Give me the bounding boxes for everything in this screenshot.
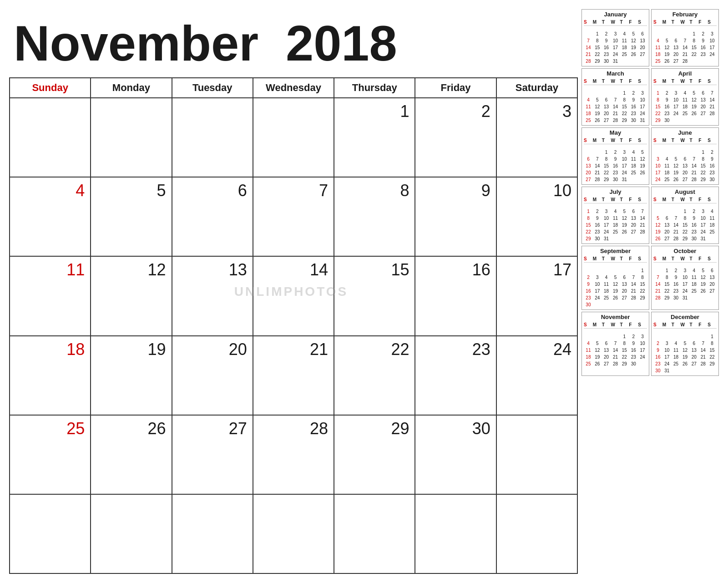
mini-date: 29 <box>602 176 611 183</box>
mini-header: T <box>672 19 681 26</box>
mini-date <box>620 267 629 274</box>
mini-header: T <box>689 196 698 203</box>
mini-date: 8 <box>620 340 629 347</box>
mini-cal-april: AprilSMTWTFS1234567891011121314151617181… <box>651 68 719 126</box>
mini-header: M <box>593 78 602 85</box>
cal-cell-week1-day3: 7 <box>253 177 334 257</box>
mini-cal-title-september: September <box>584 248 647 254</box>
mini-date: 25 <box>672 360 681 367</box>
mini-header: M <box>593 196 602 203</box>
mini-date <box>672 333 681 340</box>
mini-date: 29 <box>708 360 717 367</box>
mini-date: 28 <box>672 235 681 242</box>
mini-date <box>653 30 662 37</box>
main-calendar: SundayMondayTuesdayWednesdayThursdayFrid… <box>9 77 578 574</box>
mini-cal-row-8: SeptemberSMTWTFS123456789101112131415161… <box>581 246 719 310</box>
mini-date: 13 <box>638 37 647 44</box>
mini-date: 27 <box>629 228 638 235</box>
mini-date: 9 <box>593 215 602 222</box>
mini-date: 6 <box>602 96 611 103</box>
mini-header: W <box>611 196 620 203</box>
mini-date: 19 <box>681 354 690 360</box>
mini-header: T <box>672 196 681 203</box>
mini-date: 14 <box>681 44 690 51</box>
mini-cal-grid-february: SMTWTFS123456789101112131415161718192021… <box>653 19 717 65</box>
day-header-wednesday: Wednesday <box>253 78 334 98</box>
mini-date: 13 <box>629 215 638 222</box>
mini-date: 24 <box>662 360 672 367</box>
mini-date: 22 <box>698 169 708 176</box>
mini-header: T <box>602 19 611 26</box>
mini-date: 23 <box>593 228 602 235</box>
mini-date: 27 <box>681 176 690 183</box>
mini-date: 30 <box>593 235 602 242</box>
mini-header: M <box>593 255 602 263</box>
mini-date: 17 <box>698 222 708 228</box>
mini-cal-march: MarchSMTWTFS1234567891011121314151617181… <box>581 68 649 126</box>
cal-cell-week3-day5: 23 <box>415 336 496 416</box>
mini-date: 1 <box>602 149 611 156</box>
mini-date: 11 <box>584 347 593 354</box>
mini-date: 17 <box>708 44 717 51</box>
mini-date: 23 <box>689 228 698 235</box>
day-header-thursday: Thursday <box>334 78 415 98</box>
mini-date <box>698 294 708 301</box>
mini-header: M <box>593 137 602 144</box>
mini-header: F <box>629 137 638 144</box>
mini-date: 12 <box>653 222 662 228</box>
mini-date: 2 <box>629 333 638 340</box>
mini-date: 30 <box>629 117 638 124</box>
mini-header: M <box>662 78 672 85</box>
mini-header: T <box>672 255 681 263</box>
mini-date: 22 <box>681 228 690 235</box>
cal-cell-week3-day1: 19 <box>91 336 172 416</box>
mini-date: 9 <box>584 281 593 288</box>
mini-date <box>662 208 672 215</box>
mini-date: 11 <box>629 156 638 162</box>
mini-date: 12 <box>593 103 602 110</box>
mini-header: W <box>611 255 620 263</box>
mini-date <box>681 333 690 340</box>
mini-date: 9 <box>653 347 662 354</box>
mini-date <box>638 301 647 308</box>
mini-date <box>593 333 602 340</box>
mini-date: 30 <box>653 367 662 374</box>
mini-date: 27 <box>602 117 611 124</box>
mini-date: 26 <box>629 51 638 58</box>
mini-date: 13 <box>681 162 690 169</box>
mini-date <box>629 267 638 274</box>
mini-date: 2 <box>593 208 602 215</box>
mini-header: W <box>611 137 620 144</box>
mini-date: 11 <box>653 44 662 51</box>
mini-date <box>689 333 698 340</box>
cal-cell-week0-day5: 2 <box>415 98 496 177</box>
mini-date: 28 <box>593 176 602 183</box>
mini-date: 4 <box>653 37 662 44</box>
mini-header: S <box>638 196 647 203</box>
mini-date: 18 <box>653 51 662 58</box>
mini-date: 1 <box>681 208 690 215</box>
mini-header: T <box>672 321 681 329</box>
mini-date: 4 <box>681 90 690 96</box>
mini-header: M <box>662 137 672 144</box>
mini-date <box>638 235 647 242</box>
mini-date: 28 <box>689 176 698 183</box>
mini-date: 13 <box>662 222 672 228</box>
mini-date: 25 <box>689 288 698 294</box>
mini-cal-grid-january: SMTWTFS123456789101112131415161718192021… <box>584 19 647 65</box>
mini-date: 14 <box>584 44 593 51</box>
mini-date: 2 <box>584 274 593 281</box>
mini-date: 11 <box>620 37 629 44</box>
mini-date: 10 <box>708 37 717 44</box>
cal-cell-week5-day4 <box>334 495 415 574</box>
mini-date: 25 <box>681 110 690 117</box>
mini-date: 4 <box>611 208 620 215</box>
mini-header: F <box>698 255 708 263</box>
mini-header: W <box>681 137 690 144</box>
mini-date: 13 <box>698 96 708 103</box>
cal-cell-week0-day6: 3 <box>497 98 578 177</box>
mini-date: 22 <box>708 354 717 360</box>
mini-date: 27 <box>708 288 717 294</box>
mini-date: 1 <box>698 149 708 156</box>
mini-date: 8 <box>602 156 611 162</box>
